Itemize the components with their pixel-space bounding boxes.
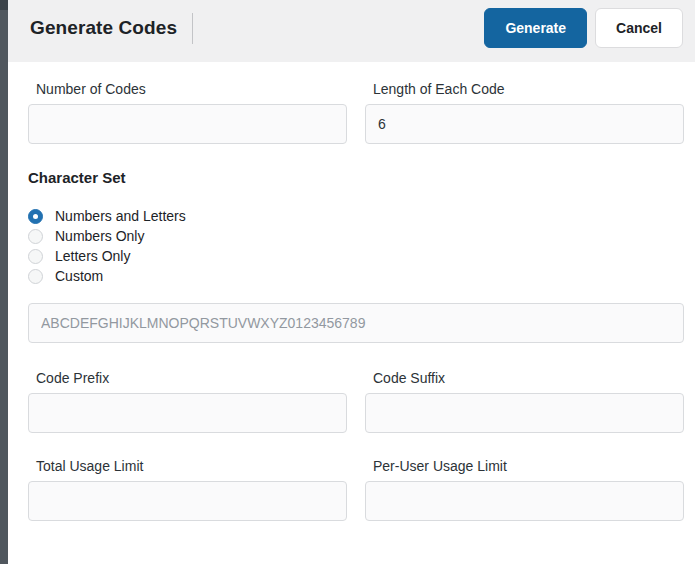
per-user-usage-limit-input[interactable] [365,481,684,521]
field-custom-charset [28,303,684,343]
form-content: Number of Codes Length of Each Code Char… [8,62,695,521]
per-user-usage-limit-label: Per-User Usage Limit [365,458,684,474]
sidebar-edge [0,0,8,564]
radio-option-label[interactable]: Numbers Only [55,228,144,244]
field-total-usage-limit: Total Usage Limit [28,458,347,521]
field-code-prefix: Code Prefix [28,370,347,433]
row-prefix-suffix: Code Prefix Code Suffix [28,370,684,433]
number-of-codes-input[interactable] [28,104,347,144]
radio-option-custom[interactable]: Custom [28,266,684,286]
radio-option-label[interactable]: Letters Only [55,248,130,264]
radio-unselected-icon[interactable] [28,269,43,284]
row-counts: Number of Codes Length of Each Code [28,81,684,144]
radio-unselected-icon[interactable] [28,249,43,264]
radio-option-label[interactable]: Numbers and Letters [55,208,186,224]
length-of-each-code-label: Length of Each Code [365,81,684,97]
field-code-suffix: Code Suffix [365,370,684,433]
radio-option-label[interactable]: Custom [55,268,103,284]
total-usage-limit-label: Total Usage Limit [28,458,347,474]
total-usage-limit-input[interactable] [28,481,347,521]
cancel-button[interactable]: Cancel [595,8,683,48]
row-usage-limits: Total Usage Limit Per-User Usage Limit [28,458,684,521]
generate-codes-page: Generate Codes Generate Cancel Number of… [8,0,695,564]
length-of-each-code-input[interactable] [365,104,684,144]
field-length-of-each-code: Length of Each Code [365,81,684,144]
header-divider [192,13,193,44]
code-prefix-input[interactable] [28,393,347,433]
page-header: Generate Codes Generate Cancel [8,0,695,62]
character-set-radio-group: Numbers and Letters Numbers Only Letters… [28,206,684,286]
code-suffix-input[interactable] [365,393,684,433]
admin-bar-edge [0,0,8,10]
radio-unselected-icon[interactable] [28,229,43,244]
radio-selected-icon[interactable] [28,209,43,224]
radio-option-letters-only[interactable]: Letters Only [28,246,684,266]
radio-option-numbers-only[interactable]: Numbers Only [28,226,684,246]
page-title: Generate Codes [30,17,177,39]
character-set-heading: Character Set [28,169,684,186]
generate-button[interactable]: Generate [484,8,587,48]
code-suffix-label: Code Suffix [365,370,684,386]
number-of-codes-label: Number of Codes [28,81,347,97]
field-per-user-usage-limit: Per-User Usage Limit [365,458,684,521]
custom-charset-input[interactable] [28,303,684,343]
code-prefix-label: Code Prefix [28,370,347,386]
field-number-of-codes: Number of Codes [28,81,347,144]
radio-option-numbers-and-letters[interactable]: Numbers and Letters [28,206,684,226]
